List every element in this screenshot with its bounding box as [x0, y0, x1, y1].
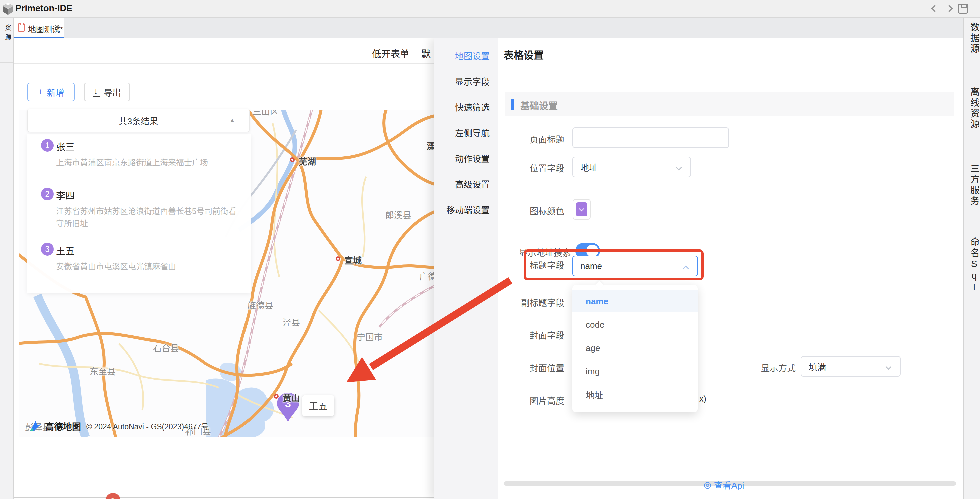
app-title: Primeton-IDE	[15, 3, 72, 14]
result-list: 1 张三 上海市黄浦区南京东路街道上海来福士广场 2 李四 江苏省苏州市姑苏区沧…	[27, 134, 251, 292]
export-button[interactable]: 导出	[84, 83, 130, 102]
item-number-badge: 2	[41, 188, 54, 200]
view-api-link[interactable]: ◎ 查看Api	[704, 479, 744, 491]
nav-forward-icon[interactable]	[946, 5, 953, 12]
settings-nav-advanced[interactable]: 高级设置	[455, 178, 490, 190]
map-place-label: 芜湖	[299, 155, 316, 167]
settings-nav-fields[interactable]: 显示字段	[455, 75, 490, 87]
add-button[interactable]: + 新增	[27, 83, 75, 102]
subtitle-field-label: 副标题字段	[434, 296, 565, 308]
collapse-triangle-icon[interactable]: ▲	[229, 117, 235, 124]
nav-back-icon[interactable]	[931, 5, 938, 12]
title-field-value: name	[581, 261, 602, 271]
bottom-divider	[14, 497, 434, 497]
bottom-scrollbar-track[interactable]	[14, 495, 434, 495]
chevron-up-icon	[683, 265, 689, 271]
toolbar-item-truncated[interactable]: 默	[421, 47, 431, 60]
title-field-label: 标题字段	[434, 259, 565, 271]
tab-close-icon[interactable]: ✕	[54, 23, 60, 32]
dropdown-option-img[interactable]: img	[573, 360, 698, 382]
chevron-down-icon	[676, 164, 682, 170]
item-address: 江苏省苏州市姑苏区沧浪街道西善长巷5号司前街看守所旧址	[56, 205, 243, 230]
icon-color-swatch	[576, 202, 587, 216]
settings-nav-map[interactable]: 地图设置	[455, 49, 490, 61]
map-city-dot	[274, 394, 278, 399]
app-titlebar: Primeton-IDE	[0, 0, 980, 17]
dropdown-option-address[interactable]: 地址	[573, 384, 698, 405]
export-button-label: 导出	[104, 86, 121, 99]
icon-color-picker[interactable]	[573, 199, 591, 220]
toolbar-divider	[14, 63, 434, 64]
map-marker-label[interactable]: 王五	[302, 395, 334, 416]
map-place-label: 泾县	[283, 316, 300, 328]
annotation-badge-number: 1	[111, 496, 115, 499]
eye-icon: ◎	[704, 480, 711, 490]
map-place-label: 东至县	[90, 365, 116, 377]
map-place-label: 石台县	[153, 341, 179, 354]
icon-color-label: 图标颜色	[434, 205, 565, 217]
result-summary-header[interactable]: 共3条结果 ▲	[27, 109, 250, 132]
list-item[interactable]: 1 张三 上海市黄浦区南京东路街道上海来福士广场	[27, 134, 251, 183]
item-address: 安徽省黄山市屯溪区屯光镇麻雀山	[56, 260, 243, 273]
location-field-select[interactable]: 地址	[573, 157, 691, 178]
view-api-label: 查看Api	[714, 479, 744, 491]
rail-item-offline[interactable]: 离线资源	[967, 87, 980, 130]
item-name: 张三	[56, 140, 75, 153]
result-summary-text: 共3条结果	[119, 114, 158, 127]
save-icon[interactable]	[958, 4, 968, 14]
dropdown-option-code[interactable]: code	[573, 313, 698, 335]
dropdown-option-name[interactable]: name	[573, 290, 698, 312]
image-height-hint-tail: x)	[700, 394, 706, 404]
list-item[interactable]: 3 王五 安徽省黄山市屯溪区屯光镇麻雀山	[27, 238, 251, 292]
location-field-value: 地址	[581, 161, 598, 173]
rail-item-datasource[interactable]: 数据源	[967, 22, 980, 54]
map-city-dot	[336, 256, 340, 261]
location-field-label: 位置字段	[434, 162, 565, 174]
item-number-badge: 1	[41, 139, 54, 152]
map-place-label: 黄山	[283, 391, 300, 404]
display-mode-select[interactable]: 填满	[800, 356, 900, 377]
file-icon	[18, 23, 25, 32]
map-place-label: 旌德县	[247, 299, 273, 311]
map-attribution-copyright: © 2024 AutoNavi - GS(2023)4677号	[86, 420, 209, 432]
rail-divider	[0, 111, 13, 111]
map-place-label: 三山区	[253, 110, 278, 117]
page-title-input[interactable]	[573, 127, 729, 148]
rail-divider	[964, 155, 980, 156]
section-basic-settings: 基础设置	[505, 92, 954, 116]
title-field-select[interactable]: name	[573, 256, 698, 276]
item-name: 王五	[56, 243, 75, 257]
map-attribution-brand: 高德地图	[45, 420, 81, 432]
item-number-badge: 3	[41, 243, 54, 256]
display-mode-value: 填满	[808, 360, 826, 373]
rail-item-thirdparty[interactable]: 三方服务	[967, 164, 980, 207]
title-field-dropdown: name code age img 地址	[573, 285, 698, 412]
map-marker-label-text: 王五	[309, 399, 327, 412]
map-place-label: 宁国市	[356, 330, 383, 343]
image-height-label: 图片高度	[434, 394, 565, 406]
app-logo-icon	[2, 3, 14, 15]
rail-divider	[964, 75, 980, 75]
settings-nav-filter[interactable]: 快速筛选	[455, 101, 490, 113]
item-address: 上海市黄浦区南京东路街道上海来福士广场	[56, 156, 243, 169]
page-title-label: 页面标题	[434, 133, 565, 145]
dropdown-option-age[interactable]: age	[573, 337, 698, 359]
left-rail: 资源	[0, 17, 14, 499]
chevron-down-icon	[885, 364, 891, 370]
list-item[interactable]: 2 李四 江苏省苏州市姑苏区沧浪街道西善长巷5号司前街看守所旧址	[27, 183, 251, 238]
toolbar-item-lowcode-form[interactable]: 低开表单	[372, 47, 409, 60]
add-button-label: 新增	[47, 86, 64, 99]
settings-title: 表格设置	[504, 47, 544, 62]
plus-icon: +	[38, 86, 44, 98]
tab-map-test[interactable]: 地图测试* ✕	[14, 17, 64, 38]
rail-item-named-sql[interactable]: 命名Sql	[967, 237, 980, 294]
map-place-label: 宣城	[344, 254, 361, 266]
api-row: ◎ 查看Api	[504, 478, 956, 491]
settings-panel: 地图设置 显示字段 快速筛选 左侧导航 动作设置 高级设置 移动端设置 表格设置…	[434, 38, 963, 499]
map-city-dot	[290, 157, 294, 162]
show-address-search-label: 显示地址搜索	[434, 246, 571, 258]
section-title: 基础设置	[520, 99, 558, 112]
settings-divider	[504, 76, 954, 76]
rail-item-resources[interactable]: 资源	[3, 24, 12, 43]
rail-divider	[964, 302, 980, 303]
